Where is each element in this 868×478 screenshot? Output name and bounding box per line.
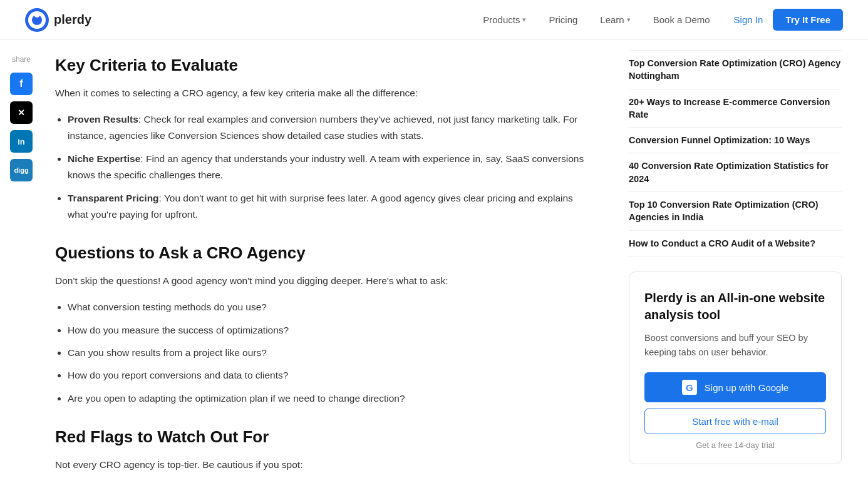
trial-note: Get a free 14-day trial <box>644 440 826 450</box>
svg-point-3 <box>34 13 39 18</box>
share-sidebar: share f ✕ in digg <box>0 40 43 478</box>
sign-in-button[interactable]: Sign In <box>734 14 763 25</box>
section-red-flags-heading: Red Flags to Watch Out For <box>55 427 594 448</box>
list-item: Are you open to adapting the optimizatio… <box>68 390 594 407</box>
list-item: How do you report conversions and data t… <box>68 367 594 384</box>
bullet-bold-pricing: Transparent Pricing <box>68 193 159 203</box>
page-body: share f ✕ in digg Key Criteria to Evalua… <box>0 40 868 478</box>
list-item: Transparent Pricing: You don't want to g… <box>68 190 594 223</box>
bullet-text-proven: : Check for real examples and conversion… <box>68 114 578 141</box>
digg-share-button[interactable]: digg <box>10 159 33 181</box>
list-item: How do you measure the success of optimi… <box>68 322 594 338</box>
cta-title: Plerdy is an All-in-one website analysis… <box>644 290 826 323</box>
nav-products[interactable]: Products ▾ <box>474 9 535 30</box>
section-red-flags: Red Flags to Watch Out For Not every CRO… <box>55 427 594 473</box>
twitter-share-button[interactable]: ✕ <box>10 101 33 124</box>
main-nav: Products ▾ Pricing Learn ▾ Book a Demo <box>474 9 718 30</box>
facebook-share-button[interactable]: f <box>10 73 33 95</box>
cta-desc: Boost conversions and buff your SEO by k… <box>644 331 826 360</box>
key-criteria-list: Proven Results: Check for real examples … <box>68 111 594 223</box>
right-sidebar: Top Conversion Rate Optimization (CRO) A… <box>619 40 857 478</box>
google-icon: G <box>682 380 697 395</box>
section-key-criteria-heading: Key Criteria to Evaluate <box>55 55 594 76</box>
nav-learn[interactable]: Learn ▾ <box>591 9 639 30</box>
header-actions: Sign In Try It Free <box>734 9 843 31</box>
related-link-3[interactable]: 40 Conversion Rate Optimization Statisti… <box>629 153 842 192</box>
learn-chevron-icon: ▾ <box>627 16 631 24</box>
questions-list: What conversion testing methods do you u… <box>68 299 594 407</box>
logo-icon <box>25 8 49 32</box>
section-red-flags-intro: Not every CRO agency is top-tier. Be cau… <box>55 457 594 473</box>
try-it-free-button[interactable]: Try It Free <box>773 9 843 31</box>
related-links: Top Conversion Rate Optimization (CRO) A… <box>629 50 842 257</box>
related-link-1[interactable]: 20+ Ways to Increase E-commerce Conversi… <box>629 89 842 128</box>
list-item: Niche Expertise: Find an agency that und… <box>68 151 594 184</box>
list-item: Proven Results: Check for real examples … <box>68 111 594 145</box>
google-signup-button[interactable]: G Sign up with Google <box>644 372 826 402</box>
cta-card: Plerdy is an All-in-one website analysis… <box>629 272 842 464</box>
logo[interactable]: plerdy <box>25 8 91 32</box>
related-link-4[interactable]: Top 10 Conversion Rate Optimization (CRO… <box>629 192 842 231</box>
bullet-bold-proven: Proven Results <box>68 114 138 125</box>
products-chevron-icon: ▾ <box>522 16 526 24</box>
related-link-0[interactable]: Top Conversion Rate Optimization (CRO) A… <box>629 50 842 89</box>
related-link-2[interactable]: Conversion Funnel Optimization: 10 Ways <box>629 128 842 153</box>
bullet-text-niche: : Find an agency that understands your i… <box>68 153 584 180</box>
section-key-criteria-intro: When it comes to selecting a CRO agency,… <box>55 85 594 101</box>
related-link-5[interactable]: How to Conduct a CRO Audit of a Website? <box>629 231 842 257</box>
main-content: Key Criteria to Evaluate When it comes t… <box>43 40 619 478</box>
section-questions-heading: Questions to Ask a CRO Agency <box>55 243 594 264</box>
email-signup-button[interactable]: Start free with e-mail <box>644 409 826 434</box>
site-header: plerdy Products ▾ Pricing Learn ▾ Book a… <box>0 0 868 40</box>
list-item: What conversion testing methods do you u… <box>68 299 594 315</box>
nav-pricing[interactable]: Pricing <box>540 9 586 30</box>
section-key-criteria: Key Criteria to Evaluate When it comes t… <box>55 55 594 223</box>
bullet-bold-niche: Niche Expertise <box>68 153 140 164</box>
share-label: share <box>12 55 31 64</box>
list-item: Can you show results from a project like… <box>68 345 594 361</box>
linkedin-share-button[interactable]: in <box>10 130 33 153</box>
section-questions: Questions to Ask a CRO Agency Don't skip… <box>55 243 594 407</box>
nav-book-demo[interactable]: Book a Demo <box>644 9 719 30</box>
logo-text: plerdy <box>54 13 91 27</box>
section-questions-intro: Don't skip the questions! A good agency … <box>55 273 594 289</box>
